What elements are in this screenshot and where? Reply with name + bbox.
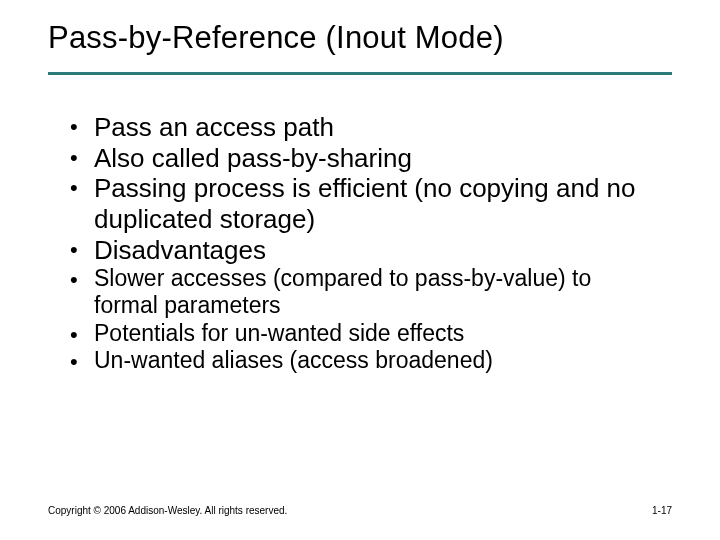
bullet-text: Disadvantages [94, 235, 266, 265]
sub-bullet-text: Un-wanted aliases (access broadened) [94, 347, 493, 373]
sub-bullet-item: Un-wanted aliases (access broadened) [70, 347, 660, 374]
sub-bullet-text: Potentials for un-wanted side effects [94, 320, 464, 346]
sub-bullet-text: Slower accesses (compared to pass-by-val… [94, 265, 591, 318]
title-rule [48, 72, 672, 75]
bullet-text: Passing process is efficient (no copying… [94, 173, 636, 234]
bullet-item: Also called pass-by-sharing [70, 143, 660, 174]
sub-bullet-list: Slower accesses (compared to pass-by-val… [70, 265, 660, 374]
bullet-item: Pass an access path [70, 112, 660, 143]
sub-bullet-item: Slower accesses (compared to pass-by-val… [70, 265, 660, 319]
bullet-list: Pass an access path Also called pass-by-… [70, 112, 660, 265]
sub-bullet-item: Potentials for un-wanted side effects [70, 320, 660, 347]
bullet-text: Pass an access path [94, 112, 334, 142]
slide-title: Pass-by-Reference (Inout Mode) [48, 20, 672, 56]
bullet-item: Disadvantages [70, 235, 660, 266]
slide: Pass-by-Reference (Inout Mode) Pass an a… [0, 0, 720, 540]
footer-page-number: 1-17 [652, 505, 672, 516]
bullet-text: Also called pass-by-sharing [94, 143, 412, 173]
footer-copyright: Copyright © 2006 Addison-Wesley. All rig… [48, 505, 287, 516]
slide-body: Pass an access path Also called pass-by-… [70, 112, 660, 374]
bullet-item: Passing process is efficient (no copying… [70, 173, 660, 234]
